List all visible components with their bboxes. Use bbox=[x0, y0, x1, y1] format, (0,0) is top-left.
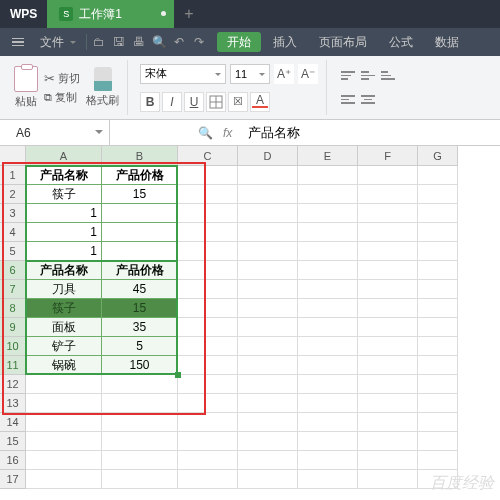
open-icon[interactable]: 🗀 bbox=[91, 34, 107, 50]
cell-G6[interactable] bbox=[418, 261, 458, 280]
zoom-icon[interactable]: 🔍 bbox=[198, 126, 213, 140]
cell-G8[interactable] bbox=[418, 299, 458, 318]
row-header-15[interactable]: 15 bbox=[0, 432, 26, 451]
row-header-13[interactable]: 13 bbox=[0, 394, 26, 413]
cell-B8[interactable]: 15 bbox=[102, 299, 178, 318]
cell-E3[interactable] bbox=[298, 204, 358, 223]
cell-G5[interactable] bbox=[418, 242, 458, 261]
cell-B9[interactable]: 35 bbox=[102, 318, 178, 337]
cell-F6[interactable] bbox=[358, 261, 418, 280]
border-button[interactable] bbox=[206, 92, 226, 112]
italic-button[interactable]: I bbox=[162, 92, 182, 112]
menu-tab-插入[interactable]: 插入 bbox=[263, 34, 307, 51]
row-header-11[interactable]: 11 bbox=[0, 356, 26, 375]
cell-D16[interactable] bbox=[238, 451, 298, 470]
cell-E7[interactable] bbox=[298, 280, 358, 299]
cell-B3[interactable] bbox=[102, 204, 178, 223]
fx-icon[interactable]: fx bbox=[223, 126, 232, 140]
cell-D4[interactable] bbox=[238, 223, 298, 242]
cell-B16[interactable] bbox=[102, 451, 178, 470]
cell-B4[interactable] bbox=[102, 223, 178, 242]
cell-A12[interactable] bbox=[26, 375, 102, 394]
name-box[interactable]: A6 bbox=[0, 120, 110, 145]
cell-B13[interactable] bbox=[102, 394, 178, 413]
row-header-6[interactable]: 6 bbox=[0, 261, 26, 280]
row-header-9[interactable]: 9 bbox=[0, 318, 26, 337]
align-center-button[interactable] bbox=[359, 91, 377, 109]
font-color-button[interactable]: A bbox=[250, 92, 270, 112]
col-header-D[interactable]: D bbox=[238, 146, 298, 166]
row-header-4[interactable]: 4 bbox=[0, 223, 26, 242]
cell-B1[interactable]: 产品价格 bbox=[102, 166, 178, 185]
cell-E8[interactable] bbox=[298, 299, 358, 318]
col-header-E[interactable]: E bbox=[298, 146, 358, 166]
cell-F1[interactable] bbox=[358, 166, 418, 185]
row-header-3[interactable]: 3 bbox=[0, 204, 26, 223]
cell-B17[interactable] bbox=[102, 470, 178, 489]
align-middle-button[interactable] bbox=[359, 67, 377, 85]
cell-F14[interactable] bbox=[358, 413, 418, 432]
cell-G4[interactable] bbox=[418, 223, 458, 242]
cell-C1[interactable] bbox=[178, 166, 238, 185]
font-size-select[interactable]: 11 bbox=[230, 64, 270, 84]
cell-C13[interactable] bbox=[178, 394, 238, 413]
cell-G7[interactable] bbox=[418, 280, 458, 299]
bold-button[interactable]: B bbox=[140, 92, 160, 112]
cell-F2[interactable] bbox=[358, 185, 418, 204]
cell-A7[interactable]: 刀具 bbox=[26, 280, 102, 299]
row-header-14[interactable]: 14 bbox=[0, 413, 26, 432]
copy-button[interactable]: ⧉复制 bbox=[44, 90, 80, 105]
cell-D9[interactable] bbox=[238, 318, 298, 337]
menu-hamburger[interactable] bbox=[6, 38, 30, 47]
cell-A11[interactable]: 锅碗 bbox=[26, 356, 102, 375]
cell-G16[interactable] bbox=[418, 451, 458, 470]
cell-G15[interactable] bbox=[418, 432, 458, 451]
save-icon[interactable]: 🖫 bbox=[111, 34, 127, 50]
cell-G1[interactable] bbox=[418, 166, 458, 185]
menu-tab-页面布局[interactable]: 页面布局 bbox=[309, 34, 377, 51]
row-header-16[interactable]: 16 bbox=[0, 451, 26, 470]
cell-F12[interactable] bbox=[358, 375, 418, 394]
cell-G11[interactable] bbox=[418, 356, 458, 375]
cell-E15[interactable] bbox=[298, 432, 358, 451]
cell-E2[interactable] bbox=[298, 185, 358, 204]
cell-A3[interactable]: 1 bbox=[26, 204, 102, 223]
cell-A5[interactable]: 1 bbox=[26, 242, 102, 261]
row-header-12[interactable]: 12 bbox=[0, 375, 26, 394]
cell-G2[interactable] bbox=[418, 185, 458, 204]
menu-tab-公式[interactable]: 公式 bbox=[379, 34, 423, 51]
underline-button[interactable]: U bbox=[184, 92, 204, 112]
selection-handle[interactable] bbox=[175, 372, 181, 378]
decrease-font-button[interactable]: A⁻ bbox=[298, 64, 318, 84]
cell-D17[interactable] bbox=[238, 470, 298, 489]
cell-D1[interactable] bbox=[238, 166, 298, 185]
cell-F16[interactable] bbox=[358, 451, 418, 470]
cell-C15[interactable] bbox=[178, 432, 238, 451]
cell-D8[interactable] bbox=[238, 299, 298, 318]
cell-E1[interactable] bbox=[298, 166, 358, 185]
cell-F4[interactable] bbox=[358, 223, 418, 242]
cell-C12[interactable] bbox=[178, 375, 238, 394]
cell-C10[interactable] bbox=[178, 337, 238, 356]
cell-E6[interactable] bbox=[298, 261, 358, 280]
cell-E9[interactable] bbox=[298, 318, 358, 337]
row-header-1[interactable]: 1 bbox=[0, 166, 26, 185]
cell-D6[interactable] bbox=[238, 261, 298, 280]
font-name-select[interactable]: 宋体 bbox=[140, 64, 226, 84]
cell-C14[interactable] bbox=[178, 413, 238, 432]
cell-C7[interactable] bbox=[178, 280, 238, 299]
cell-A6[interactable]: 产品名称 bbox=[26, 261, 102, 280]
cell-B14[interactable] bbox=[102, 413, 178, 432]
cell-F17[interactable] bbox=[358, 470, 418, 489]
cell-F13[interactable] bbox=[358, 394, 418, 413]
row-header-10[interactable]: 10 bbox=[0, 337, 26, 356]
cell-C4[interactable] bbox=[178, 223, 238, 242]
cell-D14[interactable] bbox=[238, 413, 298, 432]
cell-B11[interactable]: 150 bbox=[102, 356, 178, 375]
row-header-17[interactable]: 17 bbox=[0, 470, 26, 489]
increase-font-button[interactable]: A⁺ bbox=[274, 64, 294, 84]
cell-A4[interactable]: 1 bbox=[26, 223, 102, 242]
format-painter-button[interactable]: 格式刷 bbox=[86, 67, 119, 108]
col-header-C[interactable]: C bbox=[178, 146, 238, 166]
cell-G9[interactable] bbox=[418, 318, 458, 337]
